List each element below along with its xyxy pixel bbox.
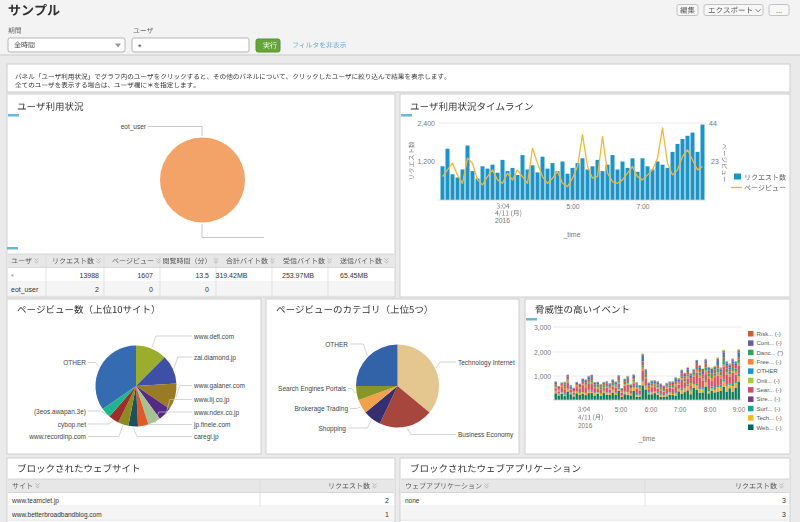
svg-text:www.recordinp.com: www.recordinp.com [28, 433, 86, 441]
svg-text:Tech... (-): Tech... (-) [757, 415, 782, 421]
svg-text:www.betterbroadbandblog.com: www.betterbroadbandblog.com [11, 511, 102, 519]
svg-text:none: none [405, 497, 420, 504]
svg-text:5:00: 5:00 [615, 406, 628, 413]
svg-text:3,000: 3,000 [534, 324, 551, 331]
svg-text:1607: 1607 [137, 272, 153, 279]
svg-text:9:00: 9:00 [733, 406, 746, 413]
svg-text:eot_user: eot_user [11, 286, 39, 294]
svg-text:caregi.jp: caregi.jp [194, 433, 219, 441]
svg-text:Free... (-): Free... (-) [757, 359, 782, 365]
svg-text:*: * [138, 42, 142, 52]
svg-text:eot_user: eot_user [121, 123, 147, 131]
svg-text:zai.diamond.jp: zai.diamond.jp [194, 354, 236, 362]
svg-text:1,000: 1,000 [534, 373, 551, 380]
svg-text:...: ... [776, 6, 783, 15]
svg-text:Business Economy: Business Economy [458, 431, 514, 439]
svg-text:2: 2 [385, 497, 389, 504]
svg-text:jp.finele.com: jp.finele.com [193, 421, 231, 429]
svg-text:Stre... (-): Stre... (-) [757, 396, 781, 402]
svg-text:2,000: 2,000 [534, 349, 551, 356]
svg-text:www.defi.com: www.defi.com [193, 333, 234, 340]
svg-text:Onli... (-): Onli... (-) [757, 378, 780, 384]
svg-text:Technology Internet: Technology Internet [458, 359, 515, 367]
svg-text:2016: 2016 [495, 217, 510, 224]
svg-text:319.42MB: 319.42MB [216, 272, 248, 279]
svg-text:3: 3 [782, 497, 786, 504]
svg-text:23: 23 [711, 158, 719, 165]
svg-text:Shopping: Shopping [319, 425, 347, 433]
svg-text:7:00: 7:00 [674, 406, 687, 413]
svg-text:Brokerage Trading: Brokerage Trading [295, 405, 349, 413]
svg-text:1: 1 [385, 511, 389, 518]
svg-text:www.lij.co.jp: www.lij.co.jp [193, 396, 230, 404]
svg-text:13.5: 13.5 [195, 272, 209, 279]
svg-text:Risk... (-): Risk... (-) [757, 331, 781, 337]
svg-text:(3eos.awapan.3e): (3eos.awapan.3e) [34, 408, 86, 416]
svg-text:Surf... (-): Surf... (-) [757, 406, 781, 412]
svg-text:Cont... (-): Cont... (-) [757, 340, 782, 346]
svg-text:OTHER: OTHER [757, 368, 779, 374]
svg-text:Web... (-): Web... (-) [757, 425, 782, 431]
svg-text:3: 3 [782, 511, 786, 518]
svg-text:OTHER: OTHER [63, 359, 86, 366]
svg-text:253.97MB: 253.97MB [282, 272, 314, 279]
svg-text:6:00: 6:00 [645, 406, 658, 413]
svg-text:13988: 13988 [80, 272, 100, 279]
svg-text:cybop.net: cybop.net [58, 421, 86, 429]
svg-text:Danc... ("): Danc... (") [757, 350, 784, 356]
svg-text:Sear... (-): Sear... (-) [757, 387, 782, 393]
svg-text:1,200: 1,200 [417, 158, 435, 165]
svg-text:OTHER: OTHER [325, 341, 348, 348]
svg-text:_time: _time [638, 435, 656, 443]
svg-text:2,400: 2,400 [417, 120, 435, 127]
svg-text:5:00: 5:00 [566, 203, 579, 210]
svg-text:44: 44 [709, 120, 717, 127]
svg-text:*: * [11, 273, 14, 280]
svg-text:www.galaner.com: www.galaner.com [193, 382, 245, 390]
svg-text:2: 2 [95, 286, 99, 293]
svg-text:0: 0 [205, 286, 209, 293]
svg-text:0: 0 [149, 286, 153, 293]
svg-text:8:00: 8:00 [704, 406, 717, 413]
svg-text:www.teamclet.jp: www.teamclet.jp [11, 497, 59, 505]
svg-text:65.45MB: 65.45MB [340, 272, 368, 279]
svg-text:2016: 2016 [578, 422, 593, 429]
svg-text:7:00: 7:00 [636, 203, 649, 210]
svg-text:www.ndex.co.jp: www.ndex.co.jp [193, 409, 240, 417]
svg-text:_time: _time [562, 231, 580, 239]
svg-text:Search Engines Portals: Search Engines Portals [278, 385, 347, 393]
